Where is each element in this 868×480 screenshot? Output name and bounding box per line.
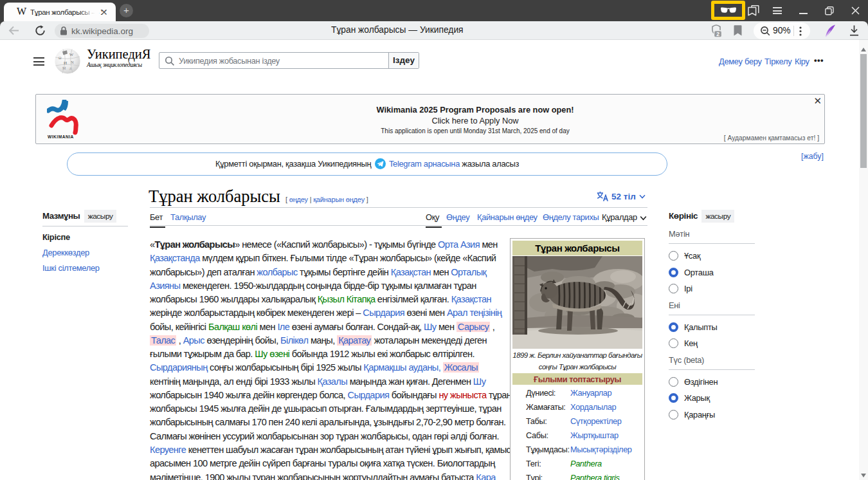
svg-text:N: N	[71, 60, 74, 64]
svg-text:2: 2	[716, 31, 719, 37]
svg-text:M: M	[62, 66, 66, 70]
svg-text:WIKIMANIA: WIKIMANIA	[48, 134, 74, 139]
svg-text:д: д	[69, 66, 71, 70]
svg-text:Ω: Ω	[59, 56, 62, 60]
svg-text:W: W	[69, 52, 74, 57]
svg-text:И: И	[64, 60, 67, 66]
